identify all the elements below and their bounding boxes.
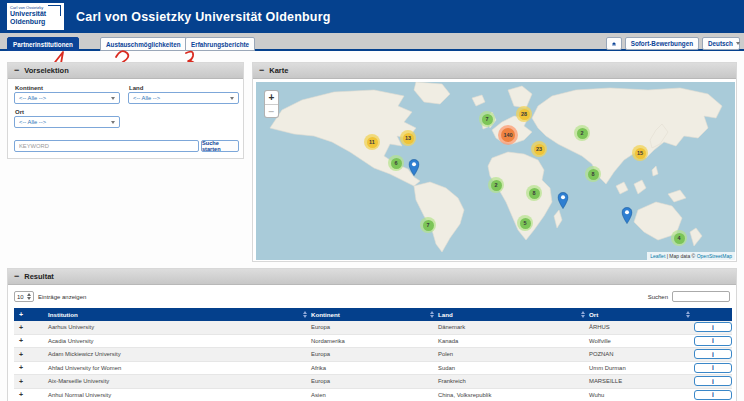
cluster-count: 8 (588, 169, 599, 180)
keyword-input[interactable] (14, 140, 199, 152)
logo-line3: Oldenburg (10, 18, 61, 26)
info-button[interactable]: i (694, 376, 732, 386)
column-header-land[interactable]: Land (438, 311, 453, 318)
expand-row-icon[interactable]: + (19, 391, 23, 398)
land-north-america (270, 90, 420, 186)
cluster-count: 7 (482, 114, 493, 125)
expand-row-icon[interactable]: + (19, 351, 23, 358)
expand-row-icon[interactable]: + (19, 337, 23, 344)
cell-ort: MARSEILLE (589, 378, 694, 384)
leaflet-link[interactable]: Leaflet (650, 253, 665, 259)
table-row: + Anhui Normal University Asien China, V… (14, 389, 732, 401)
cell-land: Dänemark (438, 324, 589, 330)
sort-icon[interactable] (581, 311, 585, 318)
sort-icon[interactable] (686, 311, 690, 318)
map-cluster-23[interactable]: 23 (531, 141, 547, 157)
info-button[interactable]: i (694, 322, 732, 332)
table-row: + Aarhus University Europa Dänemark ÅRHU… (14, 321, 732, 335)
map-cluster-8[interactable]: 8 (526, 185, 542, 201)
map-cluster-8[interactable]: 8 (585, 166, 601, 182)
column-header-kontinent[interactable]: Kontinent (311, 311, 340, 318)
cluster-count: 8 (529, 188, 540, 199)
cluster-count: 5 (520, 218, 531, 229)
tab-erfahrungsberichte[interactable]: Erfahrungsberichte (185, 37, 255, 51)
map-cluster-6[interactable]: 6 (388, 155, 404, 171)
marker-pin-icon (558, 192, 569, 209)
map-cluster-7[interactable]: 7 (420, 217, 436, 233)
info-button[interactable]: i (694, 390, 732, 400)
ort-select[interactable]: <-- Alle --> (14, 116, 120, 128)
tab-partnerinstitutionen[interactable]: Partnerinstitutionen (7, 37, 79, 51)
language-value: Deutsch (708, 40, 733, 47)
cell-kontinent: Europa (311, 351, 438, 357)
chevron-down-icon (230, 97, 234, 100)
info-button[interactable]: i (694, 336, 732, 346)
world-map (256, 82, 735, 260)
table-header-row: + Institution Kontinent Land Ort (14, 308, 732, 321)
ort-select-value: <-- Alle --> (19, 119, 46, 125)
map-cluster-140[interactable]: 140 (498, 125, 518, 145)
collapse-icon[interactable]: − (14, 66, 19, 75)
map-cluster-2[interactable]: 2 (574, 125, 590, 141)
search-label: Suchen (648, 294, 668, 300)
resultat-title: Resultat (24, 272, 54, 281)
ort-label: Ort (15, 109, 24, 115)
column-header-ort[interactable]: Ort (589, 311, 598, 318)
sort-icon[interactable] (303, 311, 307, 318)
page-size-select[interactable]: 10 (14, 291, 34, 302)
marker-pin-icon (409, 159, 420, 176)
zoom-in-button[interactable]: + (265, 91, 278, 104)
map-cluster-2[interactable]: 2 (488, 177, 504, 193)
kontinent-select[interactable]: <-- Alle --> (14, 92, 120, 104)
language-select[interactable]: Deutsch (702, 37, 740, 50)
sort-icon[interactable] (430, 311, 434, 318)
university-logo[interactable]: Carl von Ossietzky Universität Oldenburg (7, 3, 64, 30)
suche-starten-button[interactable]: Suche starten (201, 140, 239, 152)
map-marker-pin[interactable] (622, 207, 633, 228)
land-sumatra (616, 182, 628, 194)
cell-land: China, Volksrepublik (438, 392, 589, 398)
cell-institution: Anhui Normal University (48, 392, 311, 398)
map-marker-pin[interactable] (409, 159, 420, 180)
info-button[interactable]: i (694, 363, 732, 373)
sofort-bewerbungen-button[interactable]: Sofort-Bewerbungen (625, 37, 699, 50)
expand-row-icon[interactable]: + (19, 324, 23, 331)
map-cluster-11[interactable]: 11 (364, 134, 380, 150)
cluster-count: 4 (674, 233, 685, 244)
table-search-input[interactable] (672, 291, 730, 302)
cluster-count: 11 (367, 137, 378, 148)
expand-all-icon[interactable]: + (19, 311, 23, 318)
map-cluster-5[interactable]: 5 (517, 215, 533, 231)
expand-row-icon[interactable]: + (19, 378, 23, 385)
map-canvas[interactable]: + − Leaflet | Map data © OpenStreetMap 1… (256, 82, 735, 260)
land-select[interactable]: <-- Alle --> (128, 92, 239, 104)
resultat-panel-header[interactable]: − Resultat (8, 269, 736, 285)
cell-kontinent: Nordamerika (311, 338, 438, 344)
vorselektion-panel-header[interactable]: − Vorselektion (8, 63, 243, 79)
cell-land: Kanada (438, 338, 589, 344)
info-button[interactable]: i (694, 349, 732, 359)
land-select-value: <-- Alle --> (133, 95, 160, 101)
map-cluster-13[interactable]: 13 (400, 130, 416, 146)
map-cluster-15[interactable]: 15 (632, 145, 648, 161)
openstreetmap-link[interactable]: OpenStreetMap (697, 253, 732, 259)
collapse-icon[interactable]: − (259, 66, 264, 75)
home-button[interactable] (606, 37, 622, 50)
cell-kontinent: Asien (311, 392, 438, 398)
collapse-icon[interactable]: − (14, 272, 19, 281)
cluster-count: 2 (577, 128, 588, 139)
cell-ort: POZNAN (589, 351, 694, 357)
map-cluster-4[interactable]: 4 (671, 230, 687, 246)
app-header: Carl von Ossietzky Universität Oldenburg… (0, 0, 744, 33)
map-cluster-28[interactable]: 28 (516, 106, 532, 122)
map-marker-pin[interactable] (558, 192, 569, 213)
map-cluster-7[interactable]: 7 (479, 111, 495, 127)
zoom-out-button[interactable]: − (265, 104, 278, 117)
kontinent-select-value: <-- Alle --> (19, 95, 46, 101)
karte-panel-header[interactable]: − Karte (253, 63, 736, 79)
expand-row-icon[interactable]: + (19, 364, 23, 371)
column-header-institution[interactable]: Institution (48, 311, 78, 318)
cluster-count: 13 (403, 133, 414, 144)
tab-austauschmoeglichkeiten[interactable]: Austauschmöglichkeiten (100, 37, 187, 51)
land-new-guinea (668, 190, 686, 202)
